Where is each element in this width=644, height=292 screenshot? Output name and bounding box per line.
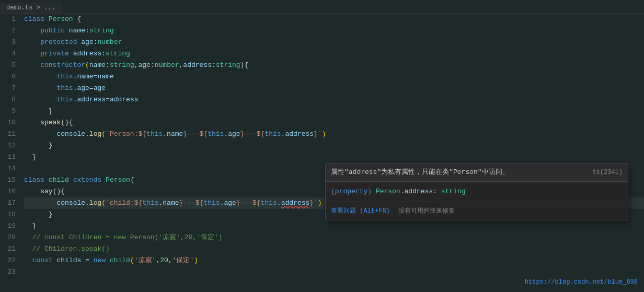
code-line: protected age:number	[24, 37, 644, 48]
code-line: speak(){	[24, 117, 644, 129]
tooltip-view-problem[interactable]: 查看问题 (Alt+F8)	[331, 205, 390, 217]
code-editor[interactable]: class Person { public name:string protec…	[22, 14, 644, 292]
code-line: // const Children = new Person('凉宸',20,'…	[24, 232, 644, 243]
tooltip-ts-code: ts(2341)	[592, 167, 623, 178]
tab-bar: demo.ts > ...	[0, 0, 644, 14]
code-line: }	[24, 140, 644, 151]
code-line: this.address=address	[24, 94, 644, 106]
tooltip-prop-name: address	[404, 188, 433, 195]
tab-label: demo.ts > ...	[6, 4, 55, 11]
tooltip-error-text: 属性"address"为私有属性，只能在类"Person"中访问。	[331, 167, 509, 178]
tooltip-header: 属性"address"为私有属性，只能在类"Person"中访问。 ts(234…	[326, 163, 628, 182]
tooltip-prop-keyword: (property)	[331, 188, 372, 195]
code-line: public name:string	[24, 25, 644, 37]
tooltip-footer: 查看问题 (Alt+F8) 没有可用的快速修复	[326, 202, 628, 220]
code-line: private address:string	[24, 48, 644, 60]
tooltip-no-fix: 没有可用的快速修复	[398, 205, 455, 217]
tab-item[interactable]: demo.ts > ...	[0, 3, 62, 13]
code-line: }	[24, 106, 644, 117]
code-line: // Children.speak()	[24, 243, 644, 255]
website-link[interactable]: https://blog.csdn.net/blue_698	[525, 276, 638, 288]
code-line: this.name=name	[24, 71, 644, 83]
tooltip: 属性"address"为私有属性，只能在类"Person"中访问。 ts(234…	[325, 163, 628, 220]
code-line: this.age=age	[24, 83, 644, 94]
line-numbers: 1 2 3 4 5 6 7 8 9 10 11 12 13 14 15 16 1…	[0, 14, 22, 292]
code-line: constructor(name:string,age:number,addre…	[24, 60, 644, 71]
tooltip-prop-type: string	[441, 188, 466, 195]
code-line: }	[24, 220, 644, 232]
code-line: }	[24, 151, 644, 163]
code-line: console.log(`Person:${this.name}---${thi…	[24, 129, 644, 140]
editor: 1 2 3 4 5 6 7 8 9 10 11 12 13 14 15 16 1…	[0, 14, 644, 292]
tooltip-prop-person: Person	[376, 188, 400, 195]
tooltip-property: (property) Person.address: string	[326, 182, 628, 202]
website-url: https://blog.csdn.net/blue_698	[525, 278, 638, 286]
code-line: class Person {	[24, 14, 644, 25]
code-line: const childs = new child('凉宸',20,'保定')	[24, 255, 644, 266]
